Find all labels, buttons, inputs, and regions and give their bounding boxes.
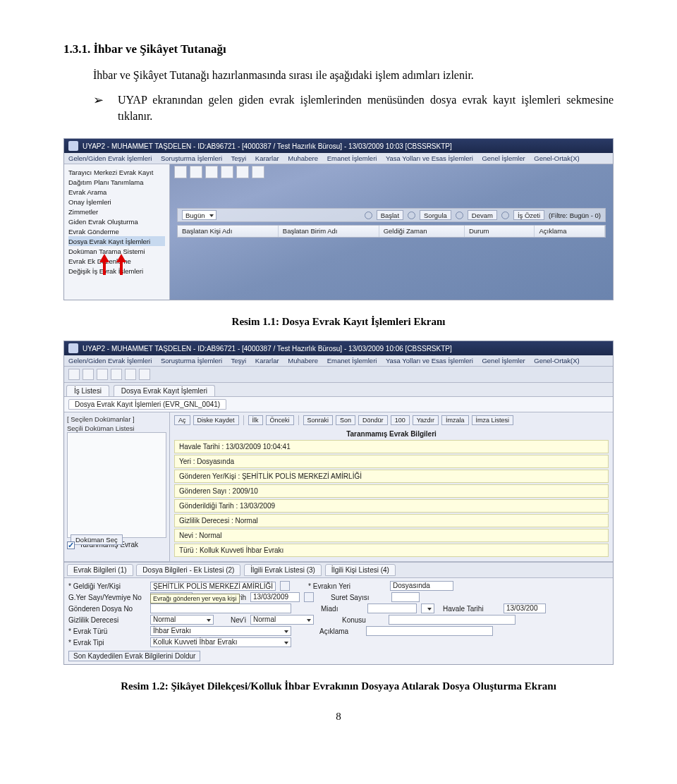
menu-item[interactable]: Genel İşlemler: [482, 357, 525, 365]
menu-item[interactable]: Emanet İşlemleri: [327, 357, 377, 365]
query-button[interactable]: Sorgula: [420, 210, 451, 220]
label-geldigi-yer: Geldiği Yer/Kişi: [68, 582, 146, 590]
col-header[interactable]: Başlatan Birim Adı: [279, 226, 379, 237]
toolbar-icon[interactable]: [190, 166, 202, 178]
toolbar-icon[interactable]: [174, 166, 187, 178]
intro-paragraph: İhbar ve Şikâyet Tutanağı hazırlanmasınd…: [63, 69, 614, 82]
main-tabs: İş Listesi Dosya Evrak Kayıt İşlemleri: [64, 383, 613, 397]
menu-item[interactable]: Teşyi: [231, 357, 247, 365]
red-arrow-icon: [101, 254, 108, 275]
menu-item[interactable]: Gelen/Giden Evrak İşlemleri: [68, 154, 152, 162]
toolbar-icon[interactable]: [111, 369, 122, 380]
first-button[interactable]: İlk: [248, 415, 263, 425]
menu-item[interactable]: Genel İşlemler: [482, 154, 525, 162]
input-gonderen-dosya[interactable]: [150, 604, 291, 613]
toolbar-icon[interactable]: [252, 166, 264, 178]
menu-item[interactable]: Kararlar: [255, 154, 279, 162]
label-aciklama: Açıklama: [319, 627, 362, 635]
menu-item[interactable]: Yasa Yolları ve Esas İşlemleri: [386, 154, 473, 162]
toolbar-icon[interactable]: [236, 166, 249, 178]
prev-button[interactable]: Önceki: [266, 415, 294, 425]
tab-is-listesi[interactable]: İş Listesi: [66, 385, 109, 396]
select-evrak-tipi[interactable]: Kolluk Kuvveti İhbar Evrakı: [150, 637, 291, 647]
figure-caption-2: Resim 1.2: Şikâyet Dilekçesi/Kolluk İhba…: [63, 680, 614, 692]
fill-last-saved-button[interactable]: Son Kaydedilen Evrak Bilgilerini Doldur: [68, 651, 200, 661]
col-header[interactable]: Durum: [465, 226, 535, 237]
select-nevi[interactable]: Normal: [250, 615, 314, 625]
menu-item[interactable]: Muhabere: [288, 357, 318, 365]
menu-item[interactable]: Muhabere: [288, 154, 318, 162]
filter-select[interactable]: Bugün: [182, 210, 216, 220]
input-havale-tarihi[interactable]: 13/03/200: [504, 604, 546, 613]
signature-list-button[interactable]: İmza Listesi: [472, 415, 514, 425]
rotate-button[interactable]: Döndür: [358, 415, 388, 425]
toolbar-icon[interactable]: [221, 166, 233, 178]
group-label: [ Seçilen Dokümanlar ]: [67, 415, 166, 423]
input-suret-sayisi[interactable]: [391, 592, 420, 602]
lookup-button[interactable]: [280, 581, 290, 591]
label-nevi: Nev'i: [218, 616, 246, 624]
menu-item[interactable]: Genel-Ortak(X): [534, 357, 579, 365]
input-evrakin-yeri[interactable]: Dosyasında: [390, 581, 453, 591]
input-aciklama[interactable]: [366, 626, 493, 636]
select-document-button[interactable]: Doküman Seç: [71, 534, 123, 545]
sidebar-item-dosya-evrak-kayit[interactable]: Dosya Evrak Kayıt İşlemleri: [68, 236, 165, 246]
last-button[interactable]: Son: [336, 415, 355, 425]
print-button[interactable]: Yazdır: [413, 415, 439, 425]
sidebar-item[interactable]: Dağıtım Planı Tanımlama: [68, 177, 165, 187]
sidebar-item[interactable]: Zimmetler: [68, 207, 165, 216]
sidebar-item[interactable]: Tarayıcı Merkezi Evrak Kayıt: [68, 167, 165, 177]
input-miadi[interactable]: [367, 604, 417, 613]
menu-item[interactable]: Yasa Yolları ve Esas İşlemleri: [386, 357, 473, 365]
menubar[interactable]: Gelen/Giden Evrak İşlemleri Soruşturma İ…: [64, 153, 613, 164]
zoom-field[interactable]: 100: [391, 415, 410, 425]
menubar[interactable]: Gelen/Giden Evrak İşlemleri Soruşturma İ…: [64, 355, 613, 367]
select-evrak-turu[interactable]: İhbar Evrakı: [150, 626, 291, 636]
continue-button[interactable]: Devam: [468, 210, 497, 220]
col-header[interactable]: Açıklama: [535, 226, 605, 237]
label-miadi: Miadı: [321, 605, 363, 613]
play-icon: [365, 212, 372, 219]
next-button[interactable]: Sonraki: [303, 415, 334, 425]
col-header[interactable]: Geldiği Zaman: [379, 226, 465, 237]
sidebar-item[interactable]: Onay İşlemleri: [68, 197, 165, 207]
sidebar-item[interactable]: Evrak Arama: [68, 187, 165, 197]
menu-item[interactable]: Genel-Ortak(X): [534, 154, 579, 162]
menu-item[interactable]: Soruşturma İşlemleri: [161, 154, 222, 162]
sidebar-item[interactable]: Evrak Gönderme: [68, 226, 165, 236]
toolbar-icon[interactable]: [205, 166, 218, 178]
open-button[interactable]: Aç: [174, 415, 190, 425]
menu-item[interactable]: Kararlar: [255, 357, 279, 365]
start-button[interactable]: Başlat: [377, 210, 403, 220]
toolbar-icon[interactable]: [83, 369, 94, 380]
toolbar-icon[interactable]: [68, 369, 80, 380]
tab-evrak-bilgileri[interactable]: Evrak Bilgileri (1): [67, 564, 133, 576]
menu-item[interactable]: Emanet İşlemleri: [327, 154, 377, 162]
toolbar-icon[interactable]: [125, 369, 136, 380]
tab-dosya-bilgileri[interactable]: Dosya Bilgileri - Ek Listesi (2): [136, 564, 240, 576]
col-header[interactable]: Başlatan Kişi Adı: [178, 226, 279, 237]
continue-icon: [456, 212, 463, 219]
input-geldigi-yer[interactable]: ŞEHİTLİK POLİS MERKEZİ AMİRLİĞİ: [150, 582, 276, 591]
tab-ilgili-evrak[interactable]: İlgili Evrak Listesi (3): [244, 564, 322, 576]
toolbar-icon[interactable]: [97, 369, 108, 380]
info-row: Türü : Kolluk Kuvveti İhbar Evrakı: [174, 544, 609, 557]
miadi-dropdown[interactable]: [421, 604, 434, 613]
toolbar-icon[interactable]: [139, 369, 150, 380]
menu-item[interactable]: Gelen/Giden Evrak İşlemleri: [68, 357, 152, 365]
calendar-icon[interactable]: [304, 592, 314, 602]
input-gyer-tarih[interactable]: 13/03/2009: [250, 592, 300, 602]
select-gizlilik[interactable]: Normal: [150, 615, 214, 625]
sidebar-item[interactable]: Giden Evrak Oluşturma: [68, 216, 165, 226]
unscanned-checkbox[interactable]: [67, 541, 75, 549]
sign-button[interactable]: İmzala: [441, 415, 469, 425]
summary-button[interactable]: İş Özeti: [513, 210, 544, 220]
tab-dosya-evrak-kayit[interactable]: Dosya Evrak Kayıt İşlemleri: [114, 385, 215, 396]
menu-item[interactable]: Teşyi: [231, 154, 247, 162]
save-to-disk-button[interactable]: Diske Kaydet: [193, 415, 239, 425]
subtab[interactable]: Dosya Evrak Kayıt İşlemleri (EVR_GNL_004…: [68, 399, 226, 410]
sidebar: Tarayıcı Merkezi Evrak Kayıt Dağıtım Pla…: [64, 164, 170, 300]
input-konusu[interactable]: [389, 615, 516, 625]
menu-item[interactable]: Soruşturma İşlemleri: [161, 357, 222, 365]
tab-ilgili-kisi[interactable]: İlgili Kişi Listesi (4): [325, 564, 396, 576]
